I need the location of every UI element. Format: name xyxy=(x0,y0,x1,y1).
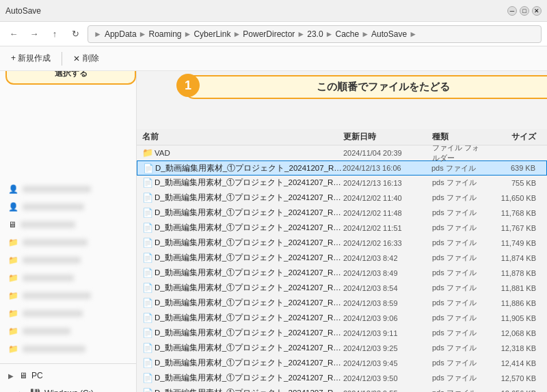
close-button[interactable]: ✕ xyxy=(532,6,542,16)
forward-button[interactable]: → xyxy=(26,26,42,42)
sidebar-icon-9: 📁 xyxy=(8,326,18,336)
sidebar-item-pc[interactable]: ▶ 🖥 PC xyxy=(0,367,136,384)
sidebar-icon-3: 🖥 xyxy=(8,220,16,229)
file-date: 2024/12/02 16:33 xyxy=(343,239,432,247)
file-row[interactable]: 📄 D_動画編集用素材_①プロジェクト_20241207_R6... 2024/… xyxy=(137,371,547,386)
sidebar-item-9[interactable]: 📁 xyxy=(0,322,136,340)
path-powerdirector[interactable]: PowerDirector xyxy=(243,29,295,39)
file-name: D_動画編集用素材_①プロジェクト_20241207_R6... xyxy=(155,358,343,368)
pc-label: PC xyxy=(31,371,43,380)
drive-label: Windows (C:) xyxy=(44,389,94,392)
file-row[interactable]: 📄 D_動画編集用素材_①プロジェクト_20241207_R6... 2024/… xyxy=(137,326,547,341)
file-name: D_動画編集用素材_①プロジェクト_20241207_R6... xyxy=(155,253,343,263)
address-path[interactable]: ► AppData ► Roaming ► CyberLink ► PowerD… xyxy=(88,25,542,43)
file-date: 2024/12/03 8:49 xyxy=(343,269,432,277)
sidebar-item-7[interactable]: 📁 xyxy=(0,287,136,305)
delete-button[interactable]: ✕ 削除 xyxy=(68,50,105,67)
file-row[interactable]: 📄 D_動画編集用素材_①プロジェクト_20241207_R6... 2024/… xyxy=(137,281,547,296)
file-name: D_動画編集用素材_①プロジェクト_20241207_R6... xyxy=(155,328,343,338)
file-name: D_動画編集用素材_①プロジェクト_20241207_R6... xyxy=(155,343,343,353)
back-button[interactable]: ← xyxy=(5,26,22,42)
refresh-button[interactable]: ↻ xyxy=(67,26,83,42)
sidebar-item-5[interactable]: 📁 xyxy=(0,251,136,269)
file-row[interactable]: 📄 D_動画編集用素材_①プロジェクト_20241207_R6... 2024/… xyxy=(137,251,547,266)
sidebar-icon-10: 📁 xyxy=(8,344,18,354)
file-icon: 📄 xyxy=(142,298,155,308)
col-header-size[interactable]: サイズ xyxy=(487,131,542,143)
sidebar-label-9 xyxy=(23,328,70,335)
file-icon: 📄 xyxy=(142,358,155,368)
file-size: 11,878 KB xyxy=(487,269,542,277)
file-size: 11,905 KB xyxy=(487,314,542,322)
file-row[interactable]: 📄 D_動画編集用素材_①プロジェクト_20241207_R6... 2024/… xyxy=(137,191,547,206)
annotation-2-bubble: 2 更新日時の 一番新しい プロジェクトファイルを 選択する xyxy=(5,71,136,85)
expand-arrow-pc: ▶ xyxy=(8,372,14,380)
file-row[interactable]: 📄 D_動画編集用素材_①プロジェクト_20241207_R6... 2024/… xyxy=(137,386,547,392)
sidebar-item-1[interactable]: 👤 xyxy=(0,180,136,198)
file-size: 12,318 KB xyxy=(487,344,542,352)
path-roaming[interactable]: Roaming xyxy=(148,29,181,39)
path-autosave[interactable]: AutoSave xyxy=(371,29,407,39)
file-row[interactable]: 📄 D_動画編集用素材_①プロジェクト_20241207_R6... 2024/… xyxy=(137,176,547,191)
file-date: 2024/12/03 9:50 xyxy=(343,374,432,382)
sidebar-item-6[interactable]: 📁 xyxy=(0,269,136,287)
file-row[interactable]: 📄 D_動画編集用素材_①プロジェクト_20241207_R6... 2024/… xyxy=(137,221,547,236)
file-size: 11,650 KB xyxy=(487,194,542,202)
file-date: 2024/12/13 16:13 xyxy=(343,179,432,187)
path-cyberlink[interactable]: CyberLink xyxy=(194,29,230,39)
file-size: 12,656 KB xyxy=(487,389,542,393)
file-date: 2024/12/03 9:55 xyxy=(343,389,432,393)
file-name: D_動画編集用素材_①プロジェクト_20241207_R6... xyxy=(155,178,343,188)
col-header-type[interactable]: 種類 xyxy=(432,131,487,143)
file-row[interactable]: 📄 D_動画編集用素材_①プロジェクト_20241207_R6... 2024/… xyxy=(137,206,547,221)
maximize-button[interactable]: □ xyxy=(520,6,529,16)
sidebar: 2 更新日時の 一番新しい プロジェクトファイルを 選択する 👤 👤 🖥 📁 xyxy=(0,71,137,392)
file-row[interactable]: 📄 D_動画編集用素材_①プロジェクト_20241207_R6... 2024/… xyxy=(137,341,547,356)
file-date: 2024/11/04 20:39 xyxy=(343,149,432,157)
file-row[interactable]: 📄 D_動画編集用素材_①プロジェクト_20241207_R6... 2024/… xyxy=(137,266,547,281)
file-row[interactable]: 📄 D_動画編集用素材_①プロジェクト_20241207_R6... 2024/… xyxy=(137,236,547,251)
sidebar-label-6 xyxy=(23,275,74,281)
sidebar-label-5 xyxy=(23,257,81,264)
col-header-name[interactable]: 名前 xyxy=(142,131,343,143)
col-header-date[interactable]: 更新日時 xyxy=(343,131,432,143)
file-icon: 📄 xyxy=(142,268,155,278)
file-row[interactable]: 📄 D_動画編集用素材_①プロジェクト_20241207_R6... 2024/… xyxy=(137,160,547,176)
sidebar-item-3[interactable]: 🖥 xyxy=(0,216,136,234)
file-name: VAD xyxy=(155,149,343,157)
sidebar-item-2[interactable]: 👤 xyxy=(0,198,136,216)
expand-arrow-c: ▶ xyxy=(19,390,25,393)
minimize-button[interactable]: ─ xyxy=(507,6,517,16)
sidebar-label-2 xyxy=(23,204,84,210)
sidebar-item-4[interactable]: 📁 xyxy=(0,234,136,251)
file-icon: 📄 xyxy=(142,388,155,392)
sidebar-item-8[interactable]: 📁 xyxy=(0,305,136,322)
file-icon: 📄 xyxy=(142,178,155,188)
file-icon: 📄 xyxy=(142,238,155,248)
sidebar-item-c-drive[interactable]: ▶ 💾 Windows (C:) xyxy=(0,384,136,392)
file-type: pds ファイル xyxy=(431,163,486,173)
path-230[interactable]: 23.0 xyxy=(307,29,323,39)
file-date: 2024/12/03 8:54 xyxy=(343,284,432,292)
sidebar-icon-5: 📁 xyxy=(8,255,18,265)
file-icon: 📄 xyxy=(142,343,155,353)
file-row[interactable]: 📄 D_動画編集用素材_①プロジェクト_20241207_R6... 2024/… xyxy=(137,311,547,326)
drive-icon: 💾 xyxy=(30,389,40,392)
file-row[interactable]: 📁 VAD 2024/11/04 20:39 ファイル フォルダー xyxy=(137,145,547,160)
file-date: 2024/12/03 9:25 xyxy=(343,344,432,352)
file-row[interactable]: 📄 D_動画編集用素材_①プロジェクト_20241207_R6... 2024/… xyxy=(137,296,547,311)
file-size: 639 KB xyxy=(486,164,541,172)
file-type: pds ファイル xyxy=(432,313,487,323)
sidebar-item-10[interactable]: 📁 xyxy=(0,340,136,358)
title-bar-text: AutoSave xyxy=(5,6,41,16)
up-button[interactable]: ↑ xyxy=(46,26,63,42)
file-type: pds ファイル xyxy=(432,388,487,392)
path-cache[interactable]: Cache xyxy=(336,29,360,39)
sidebar-icon-1: 👤 xyxy=(8,184,18,194)
path-appdata[interactable]: AppData xyxy=(105,29,137,39)
file-name: D_動画編集用素材_①プロジェクト_20241207_R6... xyxy=(155,238,343,248)
file-row[interactable]: 📄 D_動画編集用素材_①プロジェクト_20241207_R6... 2024/… xyxy=(137,356,547,371)
file-icon: 📄 xyxy=(143,163,155,173)
main-layout: 2 更新日時の 一番新しい プロジェクトファイルを 選択する 👤 👤 🖥 📁 xyxy=(0,71,547,392)
new-button[interactable]: + 新規作成 xyxy=(5,50,56,67)
